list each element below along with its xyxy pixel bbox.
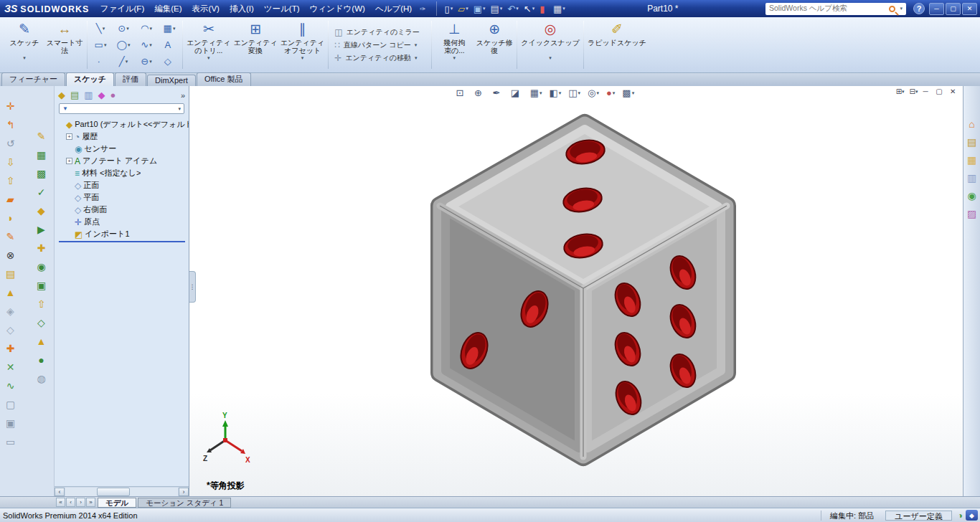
expand-icon[interactable]: + — [66, 133, 72, 140]
macro-icon[interactable]: ⇧ — [32, 295, 50, 312]
tree-item-history[interactable]: + ◔ 履歴 — [55, 130, 189, 143]
dropdown-caret-icon[interactable]: ▾ — [149, 26, 152, 32]
dropdown-caret-icon[interactable]: ▾ — [466, 6, 468, 11]
macro-icon[interactable]: ▢ — [1, 396, 19, 412]
resources-icon[interactable]: ◆ — [966, 510, 978, 521]
panel-splitter-handle[interactable]: ⋮ — [189, 271, 196, 303]
fillet-tool[interactable]: ▦ ▾ — [159, 20, 180, 37]
macro-icon[interactable]: ◇ — [32, 314, 50, 331]
mirror-entities-button[interactable]: ◫ エンティティのミラー ▾ — [334, 27, 425, 37]
save-button[interactable]: ▣ ▾ — [471, 1, 488, 16]
menu-window[interactable]: ウィンドウ(W) — [305, 1, 370, 16]
macro-icon[interactable]: ▣ — [32, 277, 50, 293]
point-tool[interactable]: ∙ ▾ — [90, 53, 111, 70]
dropdown-caret-icon[interactable]: ▾ — [516, 6, 519, 11]
custom-properties-icon[interactable]: ▨ — [967, 209, 976, 219]
tree-item-origin[interactable]: ✛ 原点 — [55, 216, 189, 228]
new-document-button[interactable]: ▯ ▾ — [443, 1, 456, 16]
macro-icon[interactable]: ◈ — [1, 303, 19, 319]
design-library-icon[interactable]: ▤ — [967, 137, 976, 147]
dropdown-caret-icon[interactable]: ▾ — [451, 6, 453, 11]
units-selector[interactable]: ユーザー定義 — [885, 511, 952, 521]
linear-pattern-button[interactable]: ∷ 直線パターン コピー ▾ — [334, 40, 425, 50]
print-button[interactable]: ▤ ▾ — [489, 1, 505, 16]
dropdown-caret-icon[interactable]: ▾ — [532, 6, 535, 11]
display-delete-relations-button[interactable]: ⊥ 幾何拘 束の... ▾ — [434, 19, 474, 71]
tab-features[interactable]: フィーチャー — [1, 72, 65, 86]
macro-icon[interactable]: ✚ — [1, 340, 19, 356]
panel-hscrollbar[interactable]: ‹ › — [55, 486, 189, 496]
menu-help[interactable]: ヘルプ(H) — [370, 1, 417, 16]
dropdown-caret-icon[interactable]: ▾ — [483, 6, 486, 11]
tree-item-sensors[interactable]: ◉ センサー — [55, 143, 189, 155]
tab-scroll-button[interactable]: « — [56, 498, 65, 507]
smart-dimension-button[interactable]: ↔ スマート寸 法 ▾ — [44, 19, 85, 71]
convert-entities-button[interactable]: ⊞ エンティティ 変換 ▾ — [232, 19, 278, 71]
macro-icon[interactable]: ⊗ — [1, 247, 19, 263]
dropdown-caret-icon[interactable]: ▾ — [173, 26, 176, 32]
scroll-left-button[interactable]: ‹ — [55, 488, 65, 496]
minimize-button[interactable]: ─ — [929, 3, 944, 15]
menu-file[interactable]: ファイル(F) — [95, 1, 149, 16]
dice-model[interactable] — [189, 86, 963, 496]
macro-icon[interactable]: ⇩ — [1, 153, 19, 170]
dimxpertmanager-icon[interactable]: ◆ — [98, 90, 105, 100]
macro-icon[interactable]: ✎ — [32, 128, 50, 144]
help-search-box[interactable]: SolidWorks ヘルプ検索 ▾ — [765, 3, 906, 15]
circle-tool[interactable]: ⊙ ▾ — [113, 20, 134, 37]
tree-item-part[interactable]: ◆ Part10 (デフォルト<<デフォルト>_表 — [55, 118, 189, 130]
tab-office[interactable]: Office 製品 — [197, 72, 251, 86]
trim-entities-button[interactable]: ✂ エンティティ のトリ... ▾ — [185, 19, 232, 71]
tab-dimxpert[interactable]: DimXpert — [147, 75, 196, 86]
filter-caret-icon[interactable]: ▾ — [178, 106, 181, 112]
sketch-toggle-button[interactable]: ▮ ▾ — [537, 1, 550, 16]
menu-insert[interactable]: 挿入(I) — [225, 1, 259, 16]
tab-sketch[interactable]: スケッチ — [66, 72, 114, 86]
scroll-right-button[interactable]: › — [179, 488, 189, 496]
tab-model[interactable]: モデル — [98, 498, 136, 508]
macro-icon[interactable]: ∿ — [1, 377, 19, 394]
close-button[interactable]: ✕ — [962, 3, 977, 15]
scroll-thumb[interactable] — [97, 488, 130, 496]
macro-icon[interactable]: ◆ — [32, 202, 50, 219]
tree-item-material[interactable]: ≡ 材料 <指定なし> — [55, 167, 189, 179]
configurationmanager-icon[interactable]: ▥ — [84, 90, 93, 100]
tree-item-import1[interactable]: ◩ インポート1 — [55, 228, 189, 240]
macro-icon[interactable]: ✎ — [1, 228, 19, 245]
arc-tool[interactable]: ◠ ▾ — [136, 20, 157, 37]
dropdown-caret-icon[interactable]: ▾ — [104, 42, 107, 48]
maximize-button[interactable]: ▢ — [946, 3, 961, 15]
rollback-bar[interactable] — [59, 241, 185, 242]
tree-filter-box[interactable]: ▼ ▾ — [59, 103, 184, 114]
tab-scroll-button[interactable]: › — [76, 498, 85, 507]
dropdown-caret-icon[interactable]: ▾ — [415, 55, 418, 61]
macro-icon[interactable]: ▭ — [1, 433, 19, 450]
options-button[interactable]: ▦ ▾ — [551, 1, 567, 16]
macro-icon[interactable]: ✕ — [1, 359, 19, 375]
file-explorer-icon[interactable]: ▦ — [967, 155, 976, 165]
line-tool[interactable]: ╲ ▾ — [90, 20, 111, 37]
view-palette-icon[interactable]: ▥ — [967, 173, 976, 183]
macro-icon[interactable]: ● — [32, 351, 50, 368]
macro-icon[interactable]: ↺ — [1, 135, 19, 151]
featuremanager-tree-icon[interactable]: ◆ — [58, 90, 65, 100]
macro-icon[interactable]: ▣ — [1, 414, 19, 431]
search-caret-icon[interactable]: ▾ — [900, 6, 903, 11]
slot-tool[interactable]: ⊖ ▾ — [136, 53, 157, 70]
dropdown-caret-icon[interactable]: ▾ — [207, 55, 210, 61]
macro-icon[interactable]: ◇ — [1, 321, 19, 338]
undo-button[interactable]: ↶ ▾ — [505, 1, 520, 16]
macro-icon[interactable]: ✓ — [32, 184, 50, 200]
plane-tool[interactable]: ◇ ▾ — [159, 53, 180, 70]
help-button[interactable]: ? — [913, 3, 925, 14]
tree-item-top-plane[interactable]: ◇ 平面 — [55, 191, 189, 204]
open-button[interactable]: ▱ ▾ — [456, 1, 471, 16]
rectangle-tool[interactable]: ▭ ▾ — [90, 37, 111, 53]
graphics-area[interactable]: ⊡ ▾ ⊕ ▾ ✒ ▾ ◪ ▾ ▦ ▾ ◧ — [189, 86, 963, 496]
dropdown-caret-icon[interactable]: ▾ — [301, 55, 304, 61]
dropdown-caret-icon[interactable]: ▾ — [149, 42, 152, 48]
dropdown-caret-icon[interactable]: ▾ — [453, 55, 456, 61]
macro-icon[interactable]: ✛ — [1, 98, 19, 114]
menu-view[interactable]: 表示(V) — [187, 1, 225, 16]
centerline-tool[interactable]: ╱ ▾ — [113, 53, 134, 70]
